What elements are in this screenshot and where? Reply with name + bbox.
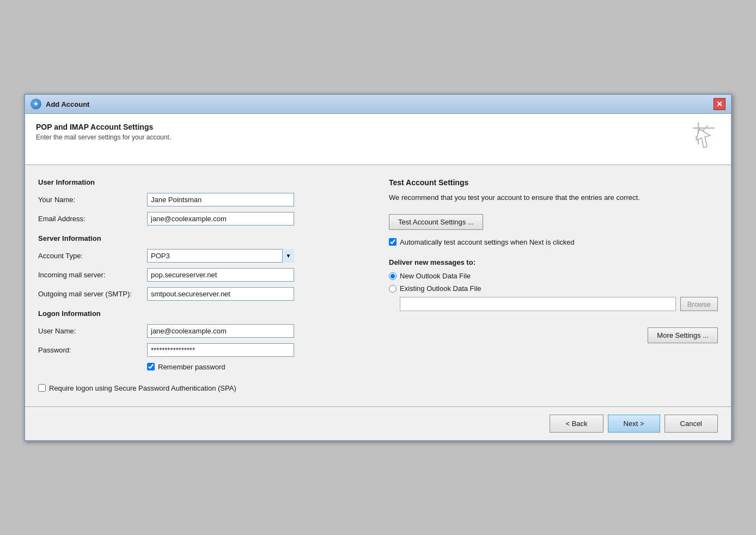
account-type-row: Account Type: POP3 IMAP ▼ [38,249,367,263]
spa-checkbox[interactable] [38,384,46,392]
left-panel: User Information Your Name: Email Addres… [38,178,367,393]
username-input[interactable] [147,324,294,338]
spa-row: Require logon using Secure Password Auth… [38,384,367,393]
email-row: Email Address: [38,212,367,226]
outgoing-input[interactable] [147,287,294,301]
next-button[interactable]: Next > [608,415,660,433]
password-label: Password: [38,346,147,354]
email-label: Email Address: [38,215,147,223]
incoming-server-row: Incoming mail server: [38,268,367,282]
header-text: POP and IMAP Account Settings Enter the … [36,123,171,141]
test-account-title: Test Account Settings [389,178,718,187]
window-title: Add Account [46,100,89,108]
footer: < Back Next > Cancel [25,406,731,440]
account-type-wrapper: POP3 IMAP ▼ [147,249,294,263]
existing-outlook-row: Existing Outlook Data File [389,284,718,293]
title-bar-left: ✦ Add Account [31,99,89,110]
right-panel: Test Account Settings We recommend that … [389,178,718,393]
password-input[interactable] [147,343,294,357]
spa-label: Require logon using Secure Password Auth… [49,384,236,393]
new-outlook-label: New Outlook Data File [400,272,471,280]
your-name-input[interactable] [147,193,294,206]
new-outlook-row: New Outlook Data File [389,272,718,280]
outgoing-server-row: Outgoing mail server (SMTP): [38,287,367,301]
incoming-label: Incoming mail server: [38,271,147,279]
browse-button[interactable]: Browse [680,297,718,311]
auto-test-checkbox[interactable] [389,238,397,246]
account-type-select[interactable]: POP3 IMAP [147,249,294,263]
more-settings-row: More Settings ... [389,327,718,343]
user-info-title: User Information [38,178,367,186]
auto-test-label: Automatically test account settings when… [400,238,575,247]
add-account-window: ✦ Add Account ✕ POP and IMAP Account Set… [24,94,732,441]
window-icon: ✦ [31,99,41,110]
file-path-row: Browse [400,297,718,311]
existing-outlook-label: Existing Outlook Data File [400,284,481,293]
main-content: User Information Your Name: Email Addres… [25,165,731,406]
username-row: User Name: [38,324,367,338]
deliver-title: Deliver new messages to: [389,258,718,266]
your-name-row: Your Name: [38,193,367,206]
outgoing-label: Outgoing mail server (SMTP): [38,290,147,298]
test-account-button[interactable]: Test Account Settings ... [389,214,483,230]
back-button[interactable]: < Back [550,415,603,433]
auto-test-row: Automatically test account settings when… [389,238,718,247]
header-subtitle: Enter the mail server settings for your … [36,133,171,141]
username-label: User Name: [38,327,147,335]
test-description: We recommend that you test your account … [389,192,718,203]
file-path-input[interactable] [400,297,676,311]
more-settings-button[interactable]: More Settings ... [648,327,718,343]
header-title: POP and IMAP Account Settings [36,123,171,131]
svg-marker-3 [696,129,710,148]
cancel-button[interactable]: Cancel [664,415,718,433]
account-type-label: Account Type: [38,252,147,260]
header-section: POP and IMAP Account Settings Enter the … [25,114,731,165]
new-outlook-radio[interactable] [389,272,397,280]
incoming-input[interactable] [147,268,294,282]
title-bar: ✦ Add Account ✕ [25,95,731,114]
existing-outlook-radio[interactable] [389,285,397,293]
remember-password-row: Remember password [147,362,367,372]
close-button[interactable]: ✕ [714,98,725,110]
remember-password-label: Remember password [158,362,225,372]
cursor-icon [693,123,720,156]
your-name-label: Your Name: [38,196,147,204]
password-row: Password: [38,343,367,357]
logon-info-title: Logon Information [38,309,367,318]
remember-password-checkbox[interactable] [147,363,155,370]
email-input[interactable] [147,212,294,226]
server-info-title: Server Information [38,234,367,242]
